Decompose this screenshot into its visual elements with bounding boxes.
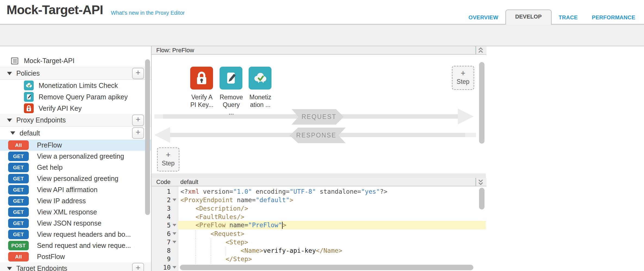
line-number: 2 bbox=[152, 196, 171, 204]
navigator-section-policies[interactable]: Policies + bbox=[0, 67, 151, 80]
navigator-flow-item[interactable]: GET Get help bbox=[0, 162, 151, 173]
navigator-flow-item[interactable]: GET View request headers and bo... bbox=[0, 229, 151, 240]
code-line-1[interactable]: 1<?xml version="1.0" encoding="UTF-8" st… bbox=[152, 187, 486, 196]
tab-overview[interactable]: OVERVIEW bbox=[461, 11, 505, 24]
section-collapse-icon[interactable] bbox=[7, 267, 12, 270]
code-line-2[interactable]: 2<ProxyEndpoint name="default"> bbox=[152, 196, 486, 204]
collapse-up-icon[interactable] bbox=[476, 46, 485, 54]
method-badge: GET bbox=[8, 174, 29, 183]
navigator-item-proxy-root[interactable]: Mock-Target-API bbox=[0, 55, 151, 67]
policy-label: Monetization ... bbox=[249, 93, 272, 109]
navigator-flow-item[interactable]: All PostFlow bbox=[0, 251, 151, 262]
code-horizontal-scrollbar[interactable] bbox=[180, 265, 473, 270]
navigator-flow-item[interactable]: POST Send request and view reque... bbox=[0, 240, 151, 251]
section-collapse-icon[interactable] bbox=[10, 131, 15, 135]
line-number: 6 bbox=[152, 230, 171, 237]
fold-toggle-icon[interactable] bbox=[171, 266, 178, 269]
flow-scrollbar[interactable] bbox=[479, 62, 484, 144]
flow-policy-node[interactable]: Monetization ... bbox=[249, 67, 272, 109]
plus-icon: + bbox=[166, 152, 171, 158]
navigator-flow-item[interactable]: GET View a personalized greeting bbox=[0, 151, 151, 162]
code-line-9[interactable]: 9</Step> bbox=[152, 255, 486, 263]
request-arrowhead-icon bbox=[458, 109, 474, 124]
code-vertical-scrollbar[interactable] bbox=[479, 188, 484, 210]
masthead: Mock-Target-API What's new in the Proxy … bbox=[0, 0, 644, 24]
add-step-button-request[interactable]: + Step bbox=[452, 66, 474, 90]
policy-label: RemoveQuery ... bbox=[220, 93, 243, 116]
code-line-3[interactable]: 3<Description/> bbox=[152, 204, 486, 213]
code-line-5[interactable]: 5<PreFlow name="PreFlow"> bbox=[152, 221, 486, 229]
navigator-flow-item[interactable]: GET View personalized greeting bbox=[0, 173, 151, 184]
tab-trace[interactable]: TRACE bbox=[552, 11, 585, 24]
code-panel-header: Code default bbox=[152, 178, 486, 186]
request-ribbon: REQUEST bbox=[292, 109, 344, 125]
flow-policy-node[interactable]: Verify API Key... bbox=[190, 67, 214, 109]
navigator-flow-item[interactable]: GET View XML response bbox=[0, 207, 151, 218]
method-badge: POST bbox=[8, 241, 29, 250]
method-badge: GET bbox=[8, 207, 29, 217]
line-number: 4 bbox=[152, 213, 171, 220]
add-button[interactable]: + bbox=[132, 68, 144, 79]
code-line-4[interactable]: 4<FaultRules/> bbox=[152, 213, 486, 221]
section-collapse-icon[interactable] bbox=[7, 72, 12, 75]
navigator-flow-item[interactable]: GET View JSON response bbox=[0, 218, 151, 229]
add-button[interactable]: + bbox=[132, 115, 144, 126]
code-line-7[interactable]: 7<Step> bbox=[152, 238, 486, 246]
tab-develop[interactable]: DEVELOP bbox=[505, 10, 552, 24]
section-collapse-icon[interactable] bbox=[7, 119, 12, 122]
navigator-flow-item-selected[interactable]: All PreFlow bbox=[0, 140, 151, 151]
line-number: 3 bbox=[152, 205, 171, 212]
navigator-section-proxy-endpoints[interactable]: Proxy Endpoints + bbox=[0, 114, 151, 127]
fold-toggle-icon[interactable] bbox=[171, 232, 178, 235]
response-arrowhead-icon bbox=[154, 127, 170, 143]
add-step-button-response[interactable]: + Step bbox=[157, 147, 179, 171]
panel-splitter[interactable] bbox=[152, 173, 486, 178]
fold-toggle-icon[interactable] bbox=[171, 224, 178, 226]
response-band-stub bbox=[465, 133, 476, 137]
flow-canvas[interactable]: REQUEST RESPONSE + Step + Step Verify AP… bbox=[152, 55, 486, 173]
method-badge: All bbox=[8, 140, 29, 150]
main-tabs: OVERVIEWDEVELOPTRACEPERFORMANCE bbox=[461, 9, 642, 24]
method-badge: GET bbox=[8, 152, 29, 161]
toolbar: Project▼ Save Revision 1▼ Tools▼ Deploym… bbox=[0, 24, 644, 46]
policy-label: Verify API Key... bbox=[190, 93, 214, 109]
navigator-flow-item[interactable]: GET View API affirmation bbox=[0, 184, 151, 195]
flow-panel-header: Flow: PreFlow bbox=[152, 46, 486, 55]
navigator-policy-item[interactable]: Remove Query Param apikey bbox=[0, 91, 151, 103]
response-ribbon: RESPONSE bbox=[290, 128, 346, 143]
item-label: Mock-Target-API bbox=[24, 57, 74, 65]
method-badge: GET bbox=[8, 185, 29, 195]
line-number: 5 bbox=[152, 222, 171, 229]
navigator-policy-item[interactable]: Monetization Limits Check bbox=[0, 80, 151, 91]
fold-toggle-icon[interactable] bbox=[171, 241, 178, 243]
navigator-policy-item[interactable]: Verify API Key bbox=[0, 103, 151, 114]
navigator-flow-item[interactable]: GET View IP address bbox=[0, 195, 151, 207]
add-button[interactable]: + bbox=[132, 263, 144, 271]
code-line-8[interactable]: 8<Name>verify-api-key</Name> bbox=[152, 246, 486, 255]
navigator-scrollbar[interactable] bbox=[145, 59, 150, 215]
whats-new-link[interactable]: What's new in the Proxy Editor bbox=[111, 10, 185, 16]
line-number: 9 bbox=[152, 255, 171, 263]
proxy-list-icon bbox=[10, 57, 19, 65]
lock-icon bbox=[193, 70, 210, 87]
code-editor[interactable]: 1<?xml version="1.0" encoding="UTF-8" st… bbox=[152, 186, 486, 271]
navigator-section-target-endpoints[interactable]: Target Endpoints + bbox=[0, 262, 151, 271]
code-subtitle: default bbox=[180, 178, 198, 186]
collapse-down-icon[interactable] bbox=[476, 178, 485, 186]
fold-toggle-icon[interactable] bbox=[171, 199, 178, 201]
navigator-endpoint-default[interactable]: default + bbox=[0, 127, 151, 140]
add-flow-button[interactable]: + bbox=[132, 127, 144, 139]
cloud-check-icon bbox=[25, 81, 33, 90]
cloud-check-icon bbox=[252, 70, 268, 87]
line-number: 7 bbox=[152, 239, 171, 246]
tab-performance[interactable]: PERFORMANCE bbox=[585, 11, 642, 24]
line-number: 10 bbox=[152, 264, 171, 271]
property-inspector-panel: PreFlowname PreFlowRequestStepName verif… bbox=[486, 46, 644, 271]
method-badge: GET bbox=[8, 218, 29, 228]
lock-icon bbox=[25, 104, 33, 112]
plus-icon: + bbox=[461, 70, 465, 76]
page-title: Mock-Target-API bbox=[7, 2, 103, 17]
flow-policy-node[interactable]: RemoveQuery ... bbox=[220, 67, 243, 116]
request-band-stub bbox=[154, 114, 163, 119]
code-line-6[interactable]: 6<Request> bbox=[152, 229, 486, 238]
